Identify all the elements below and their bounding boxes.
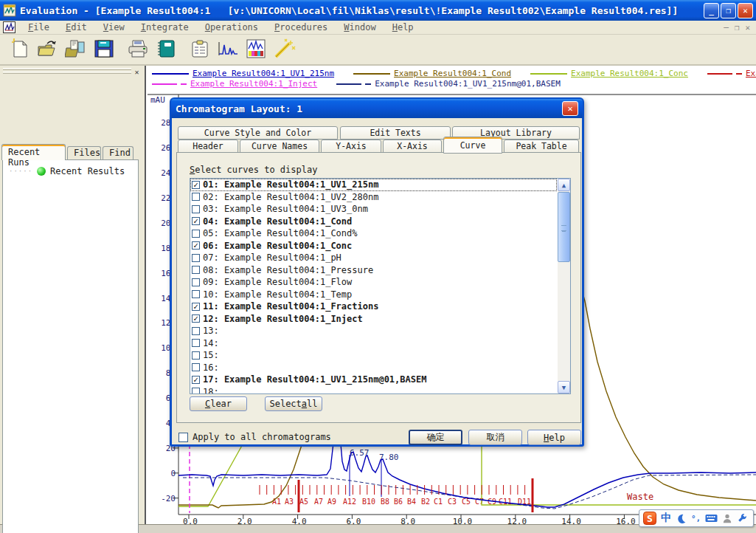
scroll-down-icon[interactable]: ▼ — [558, 381, 570, 393]
mdi-close-icon[interactable]: ✕ — [745, 23, 750, 32]
legend-item[interactable]: Example Result004:1_Fractions — [707, 69, 756, 78]
checkbox-checked[interactable]: ✓ — [192, 376, 200, 384]
legend-item[interactable]: Example Result004:1_Inject — [152, 79, 317, 89]
chromatogram-button[interactable] — [214, 36, 242, 63]
dialog-tab-edit-texts[interactable]: Edit Texts — [340, 126, 451, 140]
legend-item[interactable]: Example Result004:1_UV1_215nm — [152, 69, 334, 78]
legend-item[interactable]: Example Result004:1_UV1_215nm@01,BASEM — [336, 79, 561, 89]
dialog-titlebar[interactable]: Chromatogram Layout: 1 ✕ — [171, 99, 583, 118]
scroll-up-icon[interactable]: ▲ — [558, 179, 570, 191]
select-all-button[interactable]: Select all — [265, 396, 322, 411]
tab-find[interactable]: Find — [103, 146, 133, 159]
checkbox-unchecked[interactable] — [192, 254, 200, 262]
wizard-button[interactable] — [270, 36, 298, 63]
sogou-logo-icon[interactable]: S — [643, 512, 656, 525]
scrollbar[interactable]: ▲ ▼ — [558, 179, 570, 393]
curve-row-07[interactable]: 07: Example Result004:1_pH — [190, 252, 557, 264]
punctuation-icon[interactable]: °, — [691, 514, 701, 523]
checkbox-unchecked[interactable] — [192, 266, 200, 274]
menu-integrate[interactable]: Integrate — [133, 21, 197, 33]
open-result-button[interactable] — [34, 36, 62, 63]
dialog-tab-curve-names[interactable]: Curve Names — [240, 140, 319, 153]
checkbox-unchecked[interactable] — [192, 230, 200, 238]
curve-row-18[interactable]: 18: — [190, 386, 557, 395]
checkbox-unchecked[interactable] — [192, 327, 200, 335]
tab-recent-runs[interactable]: Recent Runs — [1, 144, 66, 160]
curve-row-16[interactable]: 16: — [190, 362, 557, 374]
ok-button[interactable]: 确定 — [409, 430, 462, 445]
checkbox-unchecked[interactable] — [192, 278, 200, 286]
legend-label[interactable]: Example Result004:1_Inject — [190, 79, 317, 89]
curve-row-17[interactable]: ✓17: Example Result004:1_UV1_215nm@01,BA… — [190, 374, 557, 386]
curve-row-11[interactable]: ✓11: Example Result004:1_Fractions — [190, 300, 557, 313]
apply-all-checkbox[interactable] — [178, 433, 188, 442]
save-button[interactable] — [90, 36, 118, 63]
cancel-button[interactable]: 取消 — [468, 430, 522, 445]
dialog-close-icon[interactable]: ✕ — [562, 101, 578, 116]
legend-item[interactable]: Example Result004:1_Conc — [530, 69, 688, 78]
checkbox-unchecked[interactable] — [192, 339, 200, 347]
menu-procedures[interactable]: Procedures — [266, 21, 336, 33]
curve-row-13[interactable]: 13: — [190, 325, 557, 337]
legend-label[interactable]: Example Result004:1_UV1_215nm@01,BASEM — [375, 79, 561, 89]
panel-close-icon[interactable]: ✕ — [132, 67, 142, 77]
legend-label[interactable]: Example Result004:1_Conc — [571, 69, 688, 78]
checkbox-unchecked[interactable] — [192, 363, 200, 371]
checkbox-unchecked[interactable] — [192, 205, 200, 213]
dialog-tab-curve[interactable]: Curve — [443, 137, 502, 154]
checkbox-unchecked[interactable] — [192, 388, 200, 394]
keyboard-icon[interactable] — [705, 513, 718, 523]
checkbox-checked[interactable]: ✓ — [192, 181, 200, 189]
close-button[interactable]: ✕ — [738, 3, 753, 18]
chinese-mode-icon[interactable]: 中 — [661, 512, 671, 525]
checkbox-checked[interactable]: ✓ — [192, 314, 200, 323]
curve-row-14[interactable]: 14: — [190, 337, 557, 350]
peak-table-button[interactable] — [242, 36, 270, 63]
print-button[interactable] — [124, 36, 152, 63]
minimize-button[interactable]: _ — [704, 3, 719, 18]
legend-label[interactable]: Example Result004:1_UV1_215nm — [193, 69, 334, 78]
curve-row-12[interactable]: ✓12: Example Result004:1_Inject — [190, 313, 557, 326]
moon-icon[interactable] — [676, 513, 687, 524]
menu-view[interactable]: View — [95, 21, 133, 33]
curve-row-06[interactable]: ✓06: Example Result004:1_Conc — [190, 240, 557, 252]
dialog-tab-x-axis[interactable]: X-Axis — [383, 140, 442, 153]
curve-row-01[interactable]: ✓01: Example Result004:1_UV1_215nm — [190, 179, 557, 191]
checkbox-checked[interactable]: ✓ — [192, 217, 200, 225]
menu-edit[interactable]: Edit — [58, 21, 95, 33]
curve-row-15[interactable]: 15: — [190, 349, 557, 362]
checkbox-checked[interactable]: ✓ — [192, 303, 200, 311]
curve-row-04[interactable]: ✓04: Example Result004:1_Cond — [190, 216, 557, 228]
menu-operations[interactable]: Operations — [197, 21, 266, 33]
mdi-restore-icon[interactable]: ❐ — [735, 23, 740, 32]
curve-row-10[interactable]: 10: Example Result004:1_Temp — [190, 289, 557, 301]
menu-file[interactable]: File — [20, 21, 58, 33]
report-button[interactable] — [186, 36, 214, 63]
restore-button[interactable]: ❐ — [721, 3, 736, 18]
scroll-thumb[interactable] — [558, 192, 570, 262]
import-result-button[interactable] — [62, 36, 90, 63]
menu-window[interactable]: Window — [336, 21, 384, 33]
help-button[interactable]: Help — [527, 430, 581, 445]
checkbox-checked[interactable]: ✓ — [192, 241, 200, 250]
panel-grip2[interactable] — [3, 72, 131, 74]
legend-label[interactable]: Example Result004:1_Fractions — [746, 69, 756, 78]
new-document-button[interactable] — [6, 36, 34, 63]
wrench-icon[interactable] — [737, 513, 747, 523]
dialog-tab-peak-table[interactable]: Peak Table — [504, 140, 579, 153]
apply-all-checkbox-row[interactable]: Apply to all chromatograms — [178, 432, 331, 442]
checkbox-unchecked[interactable] — [192, 193, 200, 201]
user-icon[interactable] — [722, 513, 732, 523]
mdi-minimize-icon[interactable]: ─ — [724, 23, 729, 32]
curve-row-03[interactable]: 03: Example Result004:1_UV3_0nm — [190, 203, 557, 216]
dialog-tab-curve-style-and-color[interactable]: Curve Style and Color — [178, 126, 338, 140]
checkbox-unchecked[interactable] — [192, 351, 200, 360]
curve-row-09[interactable]: 09: Example Result004:1_Flow — [190, 276, 557, 289]
curve-row-05[interactable]: 05: Example Result004:1_Cond% — [190, 227, 557, 240]
dialog-tab-header[interactable]: Header — [178, 140, 238, 153]
menu-help[interactable]: Help — [384, 21, 422, 33]
legend-item[interactable]: Example Result004:1_Cond — [353, 69, 511, 78]
checkbox-unchecked[interactable] — [192, 290, 200, 298]
curve-row-08[interactable]: 08: Example Result004:1_Pressure — [190, 264, 557, 277]
logbook-button[interactable] — [152, 36, 180, 63]
